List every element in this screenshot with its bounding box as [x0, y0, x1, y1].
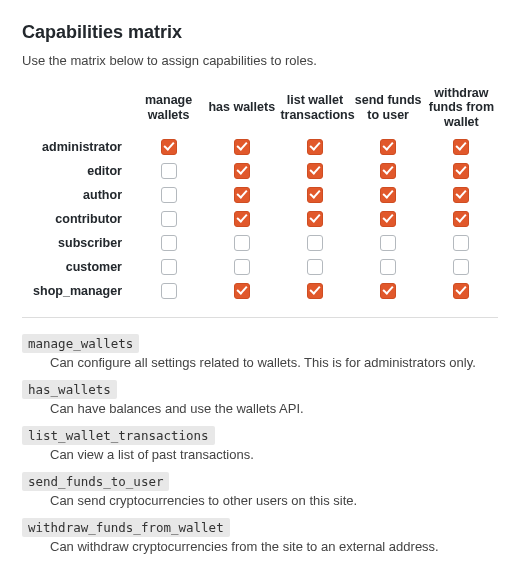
legend-desc-has_wallets: Can have balances and use the wallets AP…: [50, 401, 498, 416]
checkbox-shop_manager-manage_wallets[interactable]: [161, 283, 177, 299]
role-label-contributor: contributor: [22, 207, 132, 231]
legend-term-send_funds_to_user: send_funds_to_user: [22, 472, 169, 491]
checkbox-contributor-has_wallets[interactable]: [234, 211, 250, 227]
checkbox-author-manage_wallets[interactable]: [161, 187, 177, 203]
capabilities-legend: manage_walletsCan configure all settings…: [22, 334, 498, 554]
legend-term-list_wallet_transactions: list_wallet_transactions: [22, 426, 215, 445]
checkbox-customer-has_wallets[interactable]: [234, 259, 250, 275]
checkbox-author-withdraw_funds_from_wallet[interactable]: [453, 187, 469, 203]
legend-desc-send_funds_to_user: Can send cryptocurrencies to other users…: [50, 493, 498, 508]
role-row-customer: customer: [22, 255, 498, 279]
column-header-send_funds_to_user: send funds to user: [352, 82, 425, 135]
legend-desc-withdraw_funds_from_wallet: Can withdraw cryptocurrencies from the s…: [50, 539, 498, 554]
role-label-shop_manager: shop_manager: [22, 279, 132, 303]
page-description: Use the matrix below to assign capabilit…: [22, 53, 498, 68]
role-label-author: author: [22, 183, 132, 207]
checkbox-shop_manager-list_wallet_transactions[interactable]: [307, 283, 323, 299]
checkbox-subscriber-has_wallets[interactable]: [234, 235, 250, 251]
role-label-editor: editor: [22, 159, 132, 183]
capabilities-matrix: manage walletshas walletslist wallet tra…: [22, 82, 498, 303]
checkbox-contributor-send_funds_to_user[interactable]: [380, 211, 396, 227]
role-label-subscriber: subscriber: [22, 231, 132, 255]
checkbox-customer-list_wallet_transactions[interactable]: [307, 259, 323, 275]
checkbox-editor-manage_wallets[interactable]: [161, 163, 177, 179]
role-label-administrator: administrator: [22, 135, 132, 159]
role-label-customer: customer: [22, 255, 132, 279]
checkbox-editor-withdraw_funds_from_wallet[interactable]: [453, 163, 469, 179]
checkbox-author-send_funds_to_user[interactable]: [380, 187, 396, 203]
role-row-contributor: contributor: [22, 207, 498, 231]
column-header-manage_wallets: manage wallets: [132, 82, 205, 135]
role-row-administrator: administrator: [22, 135, 498, 159]
checkbox-subscriber-withdraw_funds_from_wallet[interactable]: [453, 235, 469, 251]
legend-term-has_wallets: has_wallets: [22, 380, 117, 399]
role-row-shop_manager: shop_manager: [22, 279, 498, 303]
checkbox-administrator-has_wallets[interactable]: [234, 139, 250, 155]
checkbox-author-has_wallets[interactable]: [234, 187, 250, 203]
legend-term-withdraw_funds_from_wallet: withdraw_funds_from_wallet: [22, 518, 230, 537]
legend-desc-list_wallet_transactions: Can view a list of past transactions.: [50, 447, 498, 462]
checkbox-contributor-withdraw_funds_from_wallet[interactable]: [453, 211, 469, 227]
role-row-author: author: [22, 183, 498, 207]
checkbox-shop_manager-has_wallets[interactable]: [234, 283, 250, 299]
role-row-editor: editor: [22, 159, 498, 183]
checkbox-contributor-list_wallet_transactions[interactable]: [307, 211, 323, 227]
checkbox-editor-list_wallet_transactions[interactable]: [307, 163, 323, 179]
column-header-has_wallets: has wallets: [205, 82, 278, 135]
checkbox-administrator-send_funds_to_user[interactable]: [380, 139, 396, 155]
checkbox-administrator-list_wallet_transactions[interactable]: [307, 139, 323, 155]
checkbox-customer-send_funds_to_user[interactable]: [380, 259, 396, 275]
checkbox-customer-manage_wallets[interactable]: [161, 259, 177, 275]
divider: [22, 317, 498, 318]
checkbox-contributor-manage_wallets[interactable]: [161, 211, 177, 227]
checkbox-shop_manager-send_funds_to_user[interactable]: [380, 283, 396, 299]
page-title: Capabilities matrix: [22, 22, 498, 43]
checkbox-author-list_wallet_transactions[interactable]: [307, 187, 323, 203]
role-row-subscriber: subscriber: [22, 231, 498, 255]
column-header-list_wallet_transactions: list wallet transactions: [278, 82, 351, 135]
checkbox-editor-has_wallets[interactable]: [234, 163, 250, 179]
checkbox-editor-send_funds_to_user[interactable]: [380, 163, 396, 179]
legend-desc-manage_wallets: Can configure all settings related to wa…: [50, 355, 498, 370]
checkbox-subscriber-send_funds_to_user[interactable]: [380, 235, 396, 251]
checkbox-subscriber-manage_wallets[interactable]: [161, 235, 177, 251]
checkbox-administrator-manage_wallets[interactable]: [161, 139, 177, 155]
legend-term-manage_wallets: manage_wallets: [22, 334, 139, 353]
checkbox-subscriber-list_wallet_transactions[interactable]: [307, 235, 323, 251]
checkbox-administrator-withdraw_funds_from_wallet[interactable]: [453, 139, 469, 155]
checkbox-customer-withdraw_funds_from_wallet[interactable]: [453, 259, 469, 275]
checkbox-shop_manager-withdraw_funds_from_wallet[interactable]: [453, 283, 469, 299]
column-header-withdraw_funds_from_wallet: withdraw funds from wallet: [425, 82, 498, 135]
